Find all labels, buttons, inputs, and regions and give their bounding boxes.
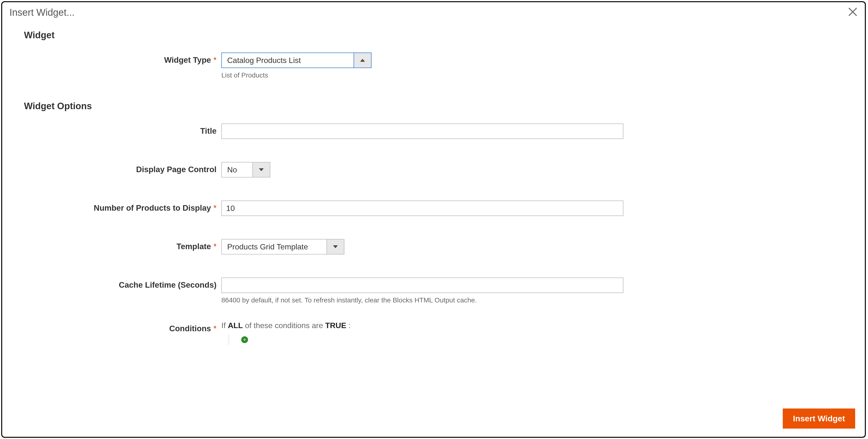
cond-prefix: If: [221, 321, 228, 330]
template-value: Products Grid Template: [222, 240, 327, 254]
template-label-cell: Template*: [24, 239, 221, 251]
num-products-label-cell: Number of Products to Display*: [24, 200, 221, 213]
modal-content: Widget Widget Type* Catalog Products Lis…: [2, 18, 865, 345]
widget-type-value: Catalog Products List: [222, 53, 353, 68]
cond-mid: of these conditions are: [243, 321, 325, 330]
cache-lifetime-label: Cache Lifetime (Seconds): [24, 278, 221, 290]
display-page-control-select[interactable]: No: [221, 162, 270, 178]
cond-value[interactable]: TRUE: [325, 321, 346, 330]
display-page-control-value: No: [222, 162, 252, 177]
field-template: Template* Products Grid Template: [24, 239, 843, 254]
title-label: Title: [24, 124, 221, 135]
required-mark: *: [213, 56, 217, 64]
template-select[interactable]: Products Grid Template: [221, 239, 344, 254]
num-products-input[interactable]: [221, 200, 623, 216]
chevron-down-icon: [333, 245, 338, 248]
required-mark: *: [213, 242, 217, 251]
display-page-control-label: Display Page Control: [24, 162, 221, 174]
field-title: Title: [24, 124, 843, 139]
required-mark: *: [213, 203, 217, 212]
field-display-page-control: Display Page Control No: [24, 162, 843, 178]
section-options-heading: Widget Options: [24, 101, 843, 112]
chevron-down-icon: [259, 168, 264, 171]
cond-suffix: :: [346, 321, 351, 330]
template-toggle[interactable]: [327, 240, 344, 254]
add-condition-button[interactable]: [241, 336, 248, 343]
insert-widget-modal: Insert Widget... Widget Widget Type* Cat…: [1, 1, 866, 438]
conditions-tree: [228, 335, 351, 345]
cache-lifetime-input[interactable]: [221, 278, 623, 293]
template-label: Template: [177, 242, 211, 251]
field-conditions: Conditions* If ALL of these conditions a…: [24, 321, 843, 345]
field-num-products: Number of Products to Display*: [24, 200, 843, 216]
chevron-up-icon: [360, 59, 365, 62]
display-page-control-toggle[interactable]: [252, 162, 270, 177]
title-input[interactable]: [221, 124, 623, 139]
widget-type-select[interactable]: Catalog Products List: [221, 53, 372, 68]
close-button[interactable]: [847, 6, 858, 18]
cond-aggregator[interactable]: ALL: [228, 321, 243, 330]
section-widget-heading: Widget: [24, 30, 843, 40]
field-widget-type: Widget Type* Catalog Products List List …: [24, 53, 843, 79]
widget-type-hint: List of Products: [221, 71, 372, 79]
modal-title: Insert Widget...: [2, 2, 865, 18]
num-products-label: Number of Products to Display: [94, 203, 211, 212]
conditions-sentence: If ALL of these conditions are TRUE :: [221, 321, 351, 330]
conditions-label-cell: Conditions*: [24, 321, 221, 333]
required-mark: *: [213, 324, 217, 333]
widget-type-label-cell: Widget Type*: [24, 53, 221, 65]
field-cache-lifetime: Cache Lifetime (Seconds) 86400 by defaul…: [24, 278, 843, 304]
close-icon: [847, 14, 858, 18]
insert-widget-button[interactable]: Insert Widget: [783, 408, 855, 429]
widget-type-label: Widget Type: [164, 56, 211, 64]
conditions-label: Conditions: [169, 324, 211, 333]
widget-type-toggle[interactable]: [353, 53, 371, 68]
cache-lifetime-hint: 86400 by default, if not set. To refresh…: [221, 296, 623, 304]
